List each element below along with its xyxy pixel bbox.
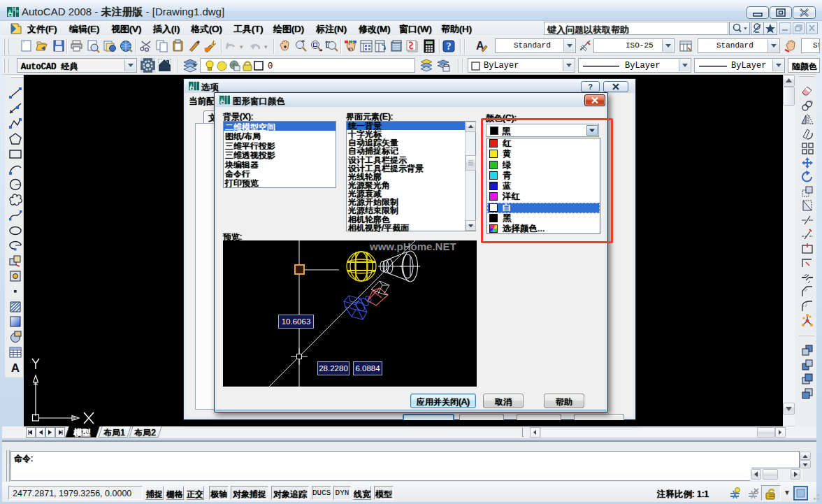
- svg-text:www.pHome.NET: www.pHome.NET: [369, 240, 456, 252]
- svg-text:?: ?: [447, 41, 452, 52]
- svg-text:A: A: [11, 361, 20, 375]
